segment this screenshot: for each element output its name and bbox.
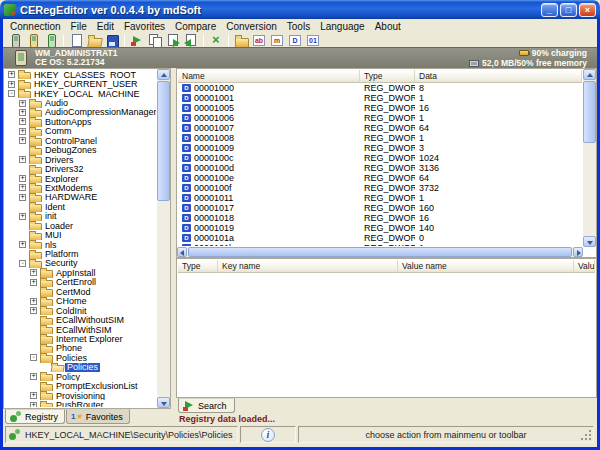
expand-toggle-icon[interactable]: + xyxy=(30,279,37,286)
tree-node[interactable]: Policies xyxy=(5,363,156,372)
new-string-value-button[interactable]: ab xyxy=(250,33,268,47)
column-header-value[interactable]: Value... xyxy=(574,260,595,273)
expand-toggle-icon[interactable]: + xyxy=(19,241,26,248)
tree-node[interactable]: Platform xyxy=(5,249,156,258)
registry-value-row[interactable]: 00001000 REG_DWORD 8 xyxy=(178,83,582,93)
registry-value-row[interactable]: 00001005 REG_DWORD 16 xyxy=(178,103,582,113)
registry-value-row[interactable]: 0000100e REG_DWORD 64 xyxy=(178,173,582,183)
tab-registry[interactable]: Registry xyxy=(5,409,65,424)
tree-node[interactable]: + Drivers xyxy=(5,155,156,164)
menu-item[interactable]: Connection xyxy=(5,21,66,32)
tree-node[interactable]: PromptExclusionList xyxy=(5,381,156,390)
expand-toggle-icon[interactable]: + xyxy=(30,402,37,407)
tree-node[interactable]: Phone xyxy=(5,344,156,353)
expand-toggle-icon[interactable]: + xyxy=(30,392,37,399)
scroll-thumb[interactable] xyxy=(188,247,572,257)
tree-node[interactable]: + nls xyxy=(5,240,156,249)
tree-node[interactable]: + AudioCompressionManager xyxy=(5,108,156,117)
tree-node[interactable]: + init xyxy=(5,212,156,221)
export-button[interactable] xyxy=(164,33,182,47)
registry-value-row[interactable]: 00001011 REG_DWORD 1 xyxy=(178,193,582,203)
scroll-thumb[interactable] xyxy=(157,81,170,201)
expand-toggle-icon[interactable]: - xyxy=(19,260,26,267)
expand-toggle-icon[interactable]: + xyxy=(19,109,26,116)
tab-search[interactable]: Search xyxy=(178,398,235,413)
close-button[interactable]: × xyxy=(579,3,596,17)
tree-node[interactable]: MUI xyxy=(5,230,156,239)
expand-toggle-icon[interactable]: + xyxy=(8,71,15,78)
tree-node[interactable]: CertMod xyxy=(5,287,156,296)
scroll-up-button[interactable] xyxy=(583,69,596,80)
new-dword-value-button[interactable]: D xyxy=(286,33,304,47)
tree-node[interactable]: ECallWithoutSIM xyxy=(5,315,156,324)
expand-toggle-icon[interactable]: + xyxy=(19,213,26,220)
registry-value-row[interactable]: 00001017 REG_DWORD 160 xyxy=(178,203,582,213)
menu-item[interactable]: Compare xyxy=(170,21,221,32)
scroll-down-button[interactable] xyxy=(157,397,170,408)
tree-node[interactable]: ECallWithSIM xyxy=(5,325,156,334)
registry-value-row[interactable]: 0000100d REG_DWORD 3136 xyxy=(178,163,582,173)
column-header-data[interactable]: Data xyxy=(415,70,582,83)
tree-node[interactable]: + HKEY_CURRENT_USER xyxy=(5,79,156,88)
delete-button[interactable] xyxy=(207,33,225,47)
tree-node[interactable]: Drivers32 xyxy=(5,164,156,173)
tree-node[interactable]: + CertEnroll xyxy=(5,278,156,287)
expand-toggle-icon[interactable]: + xyxy=(19,194,26,201)
registry-value-row[interactable]: 00001009 REG_DWORD 3 xyxy=(178,143,582,153)
registry-value-row[interactable]: 00001006 REG_DWORD 1 xyxy=(178,113,582,123)
expand-toggle-icon[interactable]: + xyxy=(19,156,26,163)
expand-toggle-icon[interactable]: + xyxy=(8,81,15,88)
tree-node[interactable]: Ident xyxy=(5,202,156,211)
minimize-button[interactable]: _ xyxy=(541,3,558,17)
expand-toggle-icon[interactable]: + xyxy=(19,137,26,144)
menu-item[interactable]: Conversion xyxy=(221,21,282,32)
tree-node[interactable]: - Security xyxy=(5,259,156,268)
tree-node[interactable]: + Explorer xyxy=(5,174,156,183)
tree-node[interactable]: Loader xyxy=(5,221,156,230)
tree-node[interactable]: + HKEY_CLASSES_ROOT xyxy=(5,70,156,79)
tree-node[interactable]: + ControlPanel xyxy=(5,136,156,145)
expand-toggle-icon[interactable]: + xyxy=(30,307,37,314)
new-key-button[interactable] xyxy=(232,33,250,47)
tree-node[interactable]: - HKEY_LOCAL_MACHINE xyxy=(5,89,156,98)
registry-value-row[interactable]: 00001008 REG_DWORD 1 xyxy=(178,133,582,143)
new-binary-value-button[interactable]: 01 xyxy=(304,33,322,47)
tree-node[interactable]: DebugZones xyxy=(5,146,156,155)
registry-value-row[interactable]: 00001018 REG_DWORD 16 xyxy=(178,213,582,223)
tree-node[interactable]: + ColdInit xyxy=(5,306,156,315)
scroll-down-button[interactable] xyxy=(583,236,596,247)
tree-node[interactable]: Internet Explorer xyxy=(5,334,156,343)
import-button[interactable] xyxy=(182,33,200,47)
menu-item[interactable]: About xyxy=(370,21,406,32)
tree-node[interactable]: + CHome xyxy=(5,297,156,306)
tree-node[interactable]: + AppInstall xyxy=(5,268,156,277)
tree-node[interactable]: + Policy xyxy=(5,372,156,381)
search-button[interactable] xyxy=(128,33,146,47)
device-export-button[interactable] xyxy=(24,33,42,47)
expand-toggle-icon[interactable]: + xyxy=(19,100,26,107)
scroll-right-button[interactable] xyxy=(573,247,583,257)
expand-toggle-icon[interactable]: - xyxy=(30,354,37,361)
expand-toggle-icon[interactable]: + xyxy=(19,128,26,135)
registry-value-row[interactable]: 00001007 REG_DWORD 64 xyxy=(178,123,582,133)
save-button[interactable] xyxy=(103,33,121,47)
tree-node[interactable]: + Audio xyxy=(5,98,156,107)
expand-toggle-icon[interactable]: + xyxy=(30,373,37,380)
column-header-keyname[interactable]: Key name xyxy=(218,260,398,273)
tree-node[interactable]: + ExtModems xyxy=(5,183,156,192)
expand-toggle-icon[interactable]: + xyxy=(19,118,26,125)
registry-value-row[interactable]: 0000100c REG_DWORD 1024 xyxy=(178,153,582,163)
registry-value-row[interactable]: 0000101a REG_DWORD 0 xyxy=(178,233,582,243)
new-file-button[interactable] xyxy=(67,33,85,47)
tree-node[interactable]: - Policies xyxy=(5,353,156,362)
scroll-thumb[interactable] xyxy=(583,81,596,143)
scroll-left-button[interactable] xyxy=(177,247,187,257)
open-file-button[interactable] xyxy=(85,33,103,47)
tree-node[interactable]: + Comm xyxy=(5,127,156,136)
tree-node[interactable]: + HARDWARE xyxy=(5,193,156,202)
scroll-up-button[interactable] xyxy=(157,69,170,80)
maximize-button[interactable]: □ xyxy=(560,3,577,17)
column-header-valuename[interactable]: Value name xyxy=(398,260,574,273)
copy-button[interactable] xyxy=(146,33,164,47)
registry-value-row[interactable]: 0000100f REG_DWORD 3732 xyxy=(178,183,582,193)
